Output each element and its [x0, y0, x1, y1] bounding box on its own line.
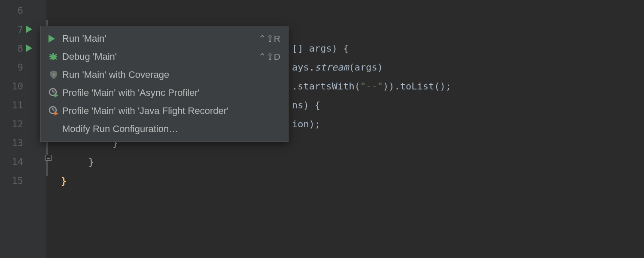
- line-number: 10: [0, 81, 26, 92]
- menu-item-coverage[interactable]: Run 'Main' with Coverage: [41, 66, 288, 84]
- menu-item-label: Profile 'Main' with 'Async Profiler': [62, 87, 280, 98]
- menu-item-run[interactable]: Run 'Main' ⌃⇧R: [41, 30, 288, 48]
- svg-line-4: [50, 54, 52, 55]
- menu-item-label: Profile 'Main' with 'Java Flight Recorde…: [62, 105, 280, 117]
- line-number: 14: [0, 157, 26, 167]
- line-number: 12: [0, 119, 26, 129]
- code-text: ays.stream(args): [285, 58, 383, 77]
- svg-line-7: [55, 58, 57, 59]
- svg-marker-12: [55, 93, 58, 98]
- svg-line-5: [55, 54, 57, 55]
- line-number: 11: [0, 100, 26, 111]
- menu-item-modify-config[interactable]: Modify Run Configuration…: [41, 120, 288, 138]
- line-number: 9: [0, 62, 26, 73]
- svg-marker-16: [55, 111, 58, 116]
- menu-item-profile-jfr[interactable]: Profile 'Main' with 'Java Flight Recorde…: [41, 102, 288, 120]
- clock-play-orange-icon: [49, 106, 62, 116]
- line-number: 8: [0, 43, 26, 54]
- menu-item-shortcut: ⌃⇧D: [258, 52, 280, 62]
- menu-item-label: Run 'Main': [62, 33, 258, 44]
- line-number: 7: [0, 24, 26, 35]
- shield-run-icon: [49, 70, 62, 80]
- bug-icon: [49, 52, 62, 61]
- editor-gutter: 6 7 8 9 10 11 12 13 14 15: [0, 0, 46, 258]
- menu-item-label: Debug 'Main': [62, 51, 258, 62]
- menu-item-debug[interactable]: Debug 'Main' ⌃⇧D: [41, 48, 288, 66]
- code-text: .startsWith("--")).toList();: [285, 77, 451, 95]
- code-text: [] args) {: [285, 39, 349, 58]
- line-number: 15: [0, 175, 26, 186]
- svg-rect-1: [52, 53, 54, 55]
- line-number: 13: [0, 138, 26, 148]
- menu-item-shortcut: ⌃⇧R: [258, 34, 280, 44]
- fold-toggle-icon[interactable]: [46, 155, 52, 161]
- line-number: 6: [0, 5, 26, 16]
- clock-play-green-icon: [49, 88, 62, 98]
- menu-item-label: Run 'Main' with Coverage: [62, 69, 280, 80]
- code-text: }: [82, 152, 94, 171]
- run-icon: [49, 35, 62, 43]
- code-text: ion);: [285, 114, 320, 133]
- run-context-menu: Run 'Main' ⌃⇧R Debug 'Main' ⌃⇧D Run 'Mai…: [40, 26, 289, 142]
- code-text: ns) {: [285, 95, 320, 114]
- menu-item-label: Modify Run Configuration…: [62, 123, 280, 135]
- svg-line-6: [50, 58, 52, 59]
- code-text: }: [54, 171, 67, 190]
- menu-item-profile-async[interactable]: Profile 'Main' with 'Async Profiler': [41, 84, 288, 102]
